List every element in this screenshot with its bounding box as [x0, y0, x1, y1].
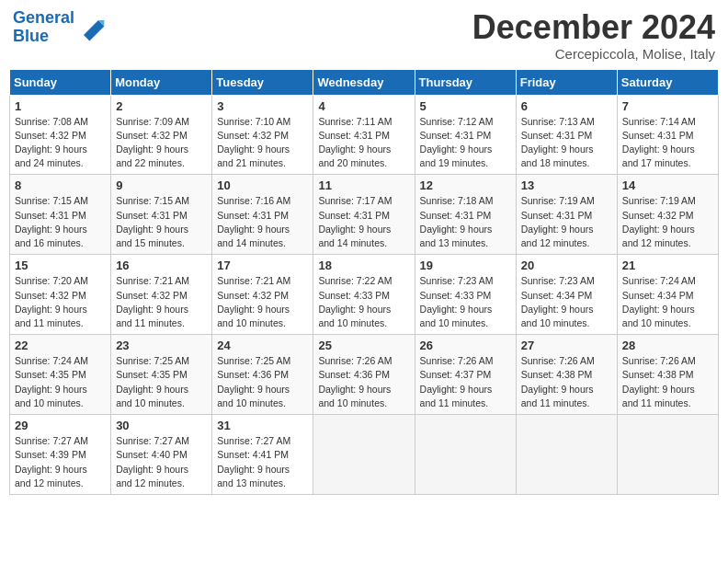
calendar-cell: 28Sunrise: 7:26 AMSunset: 4:38 PMDayligh…: [617, 335, 718, 415]
calendar-cell: 25Sunrise: 7:26 AMSunset: 4:36 PMDayligh…: [313, 335, 415, 415]
day-info: Sunrise: 7:27 AMSunset: 4:39 PMDaylight:…: [15, 434, 106, 490]
calendar-week-row: 8Sunrise: 7:15 AMSunset: 4:31 PMDaylight…: [10, 175, 719, 255]
calendar-week-row: 15Sunrise: 7:20 AMSunset: 4:32 PMDayligh…: [10, 255, 719, 335]
day-number: 12: [420, 178, 511, 192]
day-info: Sunrise: 7:22 AMSunset: 4:33 PMDaylight:…: [318, 274, 409, 330]
calendar-cell: 12Sunrise: 7:18 AMSunset: 4:31 PMDayligh…: [415, 175, 516, 255]
day-number: 17: [217, 259, 308, 272]
calendar-cell: 5Sunrise: 7:12 AMSunset: 4:31 PMDaylight…: [415, 95, 516, 175]
month-title: December 2024: [472, 9, 715, 46]
day-number: 30: [116, 419, 207, 432]
day-info: Sunrise: 7:26 AMSunset: 4:38 PMDaylight:…: [521, 354, 612, 410]
calendar-cell: 8Sunrise: 7:15 AMSunset: 4:31 PMDaylight…: [10, 175, 111, 255]
calendar-cell: 1Sunrise: 7:08 AMSunset: 4:32 PMDaylight…: [10, 95, 111, 175]
day-number: 2: [116, 99, 207, 113]
day-number: 9: [116, 178, 207, 192]
calendar-cell: 2Sunrise: 7:09 AMSunset: 4:32 PMDaylight…: [111, 95, 212, 175]
day-number: 15: [15, 259, 106, 272]
page-header: General Blue December 2024 Cercepiccola,…: [9, 9, 719, 62]
day-header-wednesday: Wednesday: [313, 69, 415, 95]
calendar-cell: 20Sunrise: 7:23 AMSunset: 4:34 PMDayligh…: [516, 255, 617, 335]
day-number: 23: [116, 339, 207, 352]
day-number: 5: [420, 99, 511, 113]
day-header-tuesday: Tuesday: [212, 69, 313, 95]
calendar-cell: 29Sunrise: 7:27 AMSunset: 4:39 PMDayligh…: [10, 415, 111, 495]
calendar-cell: 3Sunrise: 7:10 AMSunset: 4:32 PMDaylight…: [212, 95, 313, 175]
day-info: Sunrise: 7:21 AMSunset: 4:32 PMDaylight:…: [116, 274, 207, 330]
day-number: 3: [217, 99, 308, 113]
day-info: Sunrise: 7:10 AMSunset: 4:32 PMDaylight:…: [217, 115, 308, 171]
logo-text: General Blue: [13, 9, 74, 46]
day-info: Sunrise: 7:21 AMSunset: 4:32 PMDaylight:…: [217, 274, 308, 330]
day-info: Sunrise: 7:15 AMSunset: 4:31 PMDaylight:…: [15, 194, 106, 250]
day-info: Sunrise: 7:18 AMSunset: 4:31 PMDaylight:…: [420, 194, 511, 250]
calendar-cell: 10Sunrise: 7:16 AMSunset: 4:31 PMDayligh…: [212, 175, 313, 255]
calendar-cell: 9Sunrise: 7:15 AMSunset: 4:31 PMDaylight…: [111, 175, 212, 255]
calendar-cell: 16Sunrise: 7:21 AMSunset: 4:32 PMDayligh…: [111, 255, 212, 335]
day-number: 26: [420, 339, 511, 352]
day-number: 18: [318, 259, 409, 272]
calendar-cell: 6Sunrise: 7:13 AMSunset: 4:31 PMDaylight…: [516, 95, 617, 175]
day-number: 14: [622, 178, 713, 192]
day-info: Sunrise: 7:08 AMSunset: 4:32 PMDaylight:…: [15, 115, 106, 171]
calendar-cell: 13Sunrise: 7:19 AMSunset: 4:31 PMDayligh…: [516, 175, 617, 255]
title-block: December 2024 Cercepiccola, Molise, Ital…: [472, 9, 715, 62]
day-info: Sunrise: 7:26 AMSunset: 4:36 PMDaylight:…: [318, 354, 409, 410]
day-number: 28: [622, 339, 713, 352]
day-info: Sunrise: 7:12 AMSunset: 4:31 PMDaylight:…: [420, 115, 511, 171]
logo-icon: [76, 13, 106, 42]
calendar-header-row: SundayMondayTuesdayWednesdayThursdayFrid…: [10, 69, 719, 95]
day-info: Sunrise: 7:13 AMSunset: 4:31 PMDaylight:…: [521, 115, 612, 171]
calendar-week-row: 22Sunrise: 7:24 AMSunset: 4:35 PMDayligh…: [10, 335, 719, 415]
day-info: Sunrise: 7:19 AMSunset: 4:31 PMDaylight:…: [521, 194, 612, 250]
day-info: Sunrise: 7:09 AMSunset: 4:32 PMDaylight:…: [116, 115, 207, 171]
calendar-cell: 21Sunrise: 7:24 AMSunset: 4:34 PMDayligh…: [617, 255, 718, 335]
location-subtitle: Cercepiccola, Molise, Italy: [472, 46, 715, 62]
day-header-thursday: Thursday: [415, 69, 516, 95]
day-info: Sunrise: 7:24 AMSunset: 4:34 PMDaylight:…: [622, 274, 713, 330]
day-info: Sunrise: 7:23 AMSunset: 4:33 PMDaylight:…: [420, 274, 511, 330]
day-number: 20: [521, 259, 612, 272]
day-header-saturday: Saturday: [617, 69, 718, 95]
day-number: 1: [15, 99, 106, 113]
day-info: Sunrise: 7:25 AMSunset: 4:35 PMDaylight:…: [116, 354, 207, 410]
calendar-week-row: 29Sunrise: 7:27 AMSunset: 4:39 PMDayligh…: [10, 415, 719, 495]
day-number: 4: [318, 99, 409, 113]
day-number: 21: [622, 259, 713, 272]
calendar-cell: 31Sunrise: 7:27 AMSunset: 4:41 PMDayligh…: [212, 415, 313, 495]
day-header-sunday: Sunday: [10, 69, 111, 95]
calendar-cell: [415, 415, 516, 495]
day-number: 29: [15, 419, 106, 432]
day-info: Sunrise: 7:15 AMSunset: 4:31 PMDaylight:…: [116, 194, 207, 250]
day-info: Sunrise: 7:27 AMSunset: 4:41 PMDaylight:…: [217, 434, 308, 490]
day-info: Sunrise: 7:20 AMSunset: 4:32 PMDaylight:…: [15, 274, 106, 330]
day-number: 16: [116, 259, 207, 272]
calendar-cell: 24Sunrise: 7:25 AMSunset: 4:36 PMDayligh…: [212, 335, 313, 415]
calendar-cell: 17Sunrise: 7:21 AMSunset: 4:32 PMDayligh…: [212, 255, 313, 335]
day-number: 11: [318, 178, 409, 192]
day-info: Sunrise: 7:14 AMSunset: 4:31 PMDaylight:…: [622, 115, 713, 171]
day-info: Sunrise: 7:26 AMSunset: 4:37 PMDaylight:…: [420, 354, 511, 410]
day-header-friday: Friday: [516, 69, 617, 95]
calendar-cell: 26Sunrise: 7:26 AMSunset: 4:37 PMDayligh…: [415, 335, 516, 415]
day-number: 27: [521, 339, 612, 352]
calendar-week-row: 1Sunrise: 7:08 AMSunset: 4:32 PMDaylight…: [10, 95, 719, 175]
day-info: Sunrise: 7:26 AMSunset: 4:38 PMDaylight:…: [622, 354, 713, 410]
calendar-cell: [617, 415, 718, 495]
day-number: 7: [622, 99, 713, 113]
day-info: Sunrise: 7:25 AMSunset: 4:36 PMDaylight:…: [217, 354, 308, 410]
calendar-cell: 18Sunrise: 7:22 AMSunset: 4:33 PMDayligh…: [313, 255, 415, 335]
day-number: 19: [420, 259, 511, 272]
calendar-cell: 7Sunrise: 7:14 AMSunset: 4:31 PMDaylight…: [617, 95, 718, 175]
calendar-cell: 4Sunrise: 7:11 AMSunset: 4:31 PMDaylight…: [313, 95, 415, 175]
calendar-cell: 15Sunrise: 7:20 AMSunset: 4:32 PMDayligh…: [10, 255, 111, 335]
calendar-cell: 14Sunrise: 7:19 AMSunset: 4:32 PMDayligh…: [617, 175, 718, 255]
day-number: 31: [217, 419, 308, 432]
day-info: Sunrise: 7:19 AMSunset: 4:32 PMDaylight:…: [622, 194, 713, 250]
day-info: Sunrise: 7:16 AMSunset: 4:31 PMDaylight:…: [217, 194, 308, 250]
day-info: Sunrise: 7:17 AMSunset: 4:31 PMDaylight:…: [318, 194, 409, 250]
logo: General Blue: [13, 9, 106, 46]
day-info: Sunrise: 7:23 AMSunset: 4:34 PMDaylight:…: [521, 274, 612, 330]
calendar-table: SundayMondayTuesdayWednesdayThursdayFrid…: [9, 69, 719, 495]
day-header-monday: Monday: [111, 69, 212, 95]
